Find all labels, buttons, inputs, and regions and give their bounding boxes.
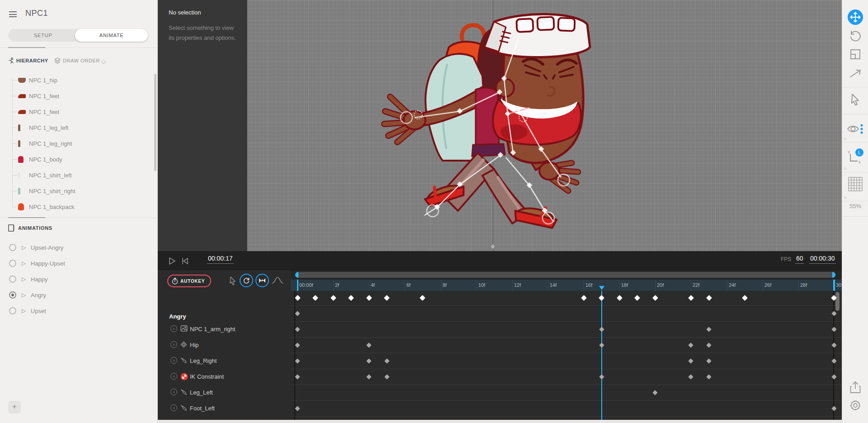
hierarchy-item[interactable]: NPC 1_body [0, 152, 154, 167]
play-animation-icon[interactable]: ▷ [22, 244, 26, 251]
keyframe-diamond[interactable] [312, 295, 318, 301]
expand-chevron-icon[interactable]: › [170, 325, 177, 332]
keyframe-diamond[interactable] [742, 295, 748, 301]
keyframe-diamond[interactable] [706, 327, 711, 332]
timeline-track-row[interactable]: ›IK Constraint [158, 369, 291, 385]
timeline-bottom-scrollbar[interactable] [158, 420, 842, 423]
keyframe-diamond[interactable] [652, 390, 657, 395]
select-tool-button[interactable] [842, 93, 868, 106]
keyframe-grid[interactable] [291, 291, 842, 420]
animation-item[interactable]: ▷Angry [0, 287, 154, 303]
animation-radio[interactable] [9, 307, 16, 314]
zoom-level[interactable]: 55% [842, 203, 868, 209]
keyframe-diamond[interactable] [688, 358, 693, 363]
animation-item[interactable]: ▷Upset [0, 303, 154, 319]
keyframe-diamond[interactable] [295, 374, 300, 379]
keyframe-diamond[interactable] [831, 311, 836, 316]
keyframe-diamond[interactable] [831, 406, 836, 411]
tab-draw-order[interactable]: DRAW ORDER [54, 57, 100, 64]
keyframe-diamond[interactable] [706, 295, 712, 301]
settings-gear-button[interactable] [842, 399, 868, 412]
keyframe-diamond[interactable] [831, 327, 836, 332]
keyframe-diamond[interactable] [295, 327, 300, 332]
menu-icon[interactable] [9, 11, 17, 17]
playhead-handle[interactable] [599, 286, 604, 290]
export-button[interactable] [842, 381, 868, 394]
keyframe-diamond[interactable] [599, 295, 604, 301]
expand-chevron-icon[interactable]: › [170, 373, 177, 380]
animation-item[interactable]: ▷Upset-Angry [0, 240, 154, 256]
animation-item[interactable]: ▷Happy-Upset [0, 256, 154, 271]
autokey-button[interactable]: AUTOKEY [167, 275, 211, 287]
add-animation-button[interactable]: + [8, 401, 21, 413]
hierarchy-item[interactable]: NPC 1_leg_left [0, 120, 154, 136]
keyframe-diamond[interactable] [706, 342, 711, 347]
keyframe-diamond[interactable] [384, 295, 390, 301]
animation-item[interactable]: ▷Happy [0, 271, 154, 287]
loop-playback-button[interactable] [240, 274, 253, 287]
keyframe-diamond[interactable] [706, 374, 711, 379]
keyframe-diamond[interactable] [366, 374, 371, 379]
expand-chevron-icon[interactable]: › [170, 357, 177, 364]
keyframe-diamond[interactable] [688, 295, 694, 301]
keyframe-diamond[interactable] [634, 295, 640, 301]
character-artwork[interactable] [369, 4, 600, 239]
timeline-track-row[interactable]: ›Leg_Left [158, 385, 291, 400]
keyframe-diamond[interactable] [599, 342, 604, 347]
animation-radio[interactable] [9, 276, 16, 283]
keyframe-diamond[interactable] [348, 295, 354, 301]
keyframe-diamond[interactable] [831, 342, 836, 347]
timeline-vscroll-thumb[interactable] [835, 292, 840, 311]
play-animation-icon[interactable]: ▷ [22, 260, 26, 266]
timeline-track-row[interactable]: ›Hip [158, 337, 291, 353]
keyframe-diamond[interactable] [295, 311, 300, 316]
keyframe-diamond[interactable] [688, 342, 693, 347]
axes-local-button[interactable]: YxL [842, 148, 868, 165]
keyframe-diamond[interactable] [599, 327, 604, 332]
scale-tool-button[interactable] [842, 49, 868, 60]
timeline-track-row[interactable]: ›NPC 1_arm_right [158, 321, 291, 337]
hierarchy-item[interactable]: NPC 1_leg_right [0, 136, 154, 152]
origin-handle[interactable] [490, 243, 496, 250]
duration-field[interactable]: 00:00:30 [809, 255, 836, 264]
keyframe-diamond[interactable] [581, 295, 587, 301]
timeline-track-row[interactable]: ›Foot_Left [158, 400, 291, 416]
expand-chevron-icon[interactable]: › [170, 389, 177, 395]
hscroll-end-cap[interactable] [832, 272, 835, 278]
keyframe-diamond[interactable] [295, 342, 300, 347]
tab-animate[interactable]: ANIMATE [75, 29, 148, 42]
timeline-ruler[interactable]: 00:00f2f4f6f8f10f12f14f16f18f20f22f24f26… [291, 280, 842, 291]
keyframe-diamond[interactable] [366, 295, 372, 301]
hierarchy-scrollbar[interactable] [154, 74, 156, 171]
viewport-canvas[interactable] [247, 0, 842, 251]
key-interpolation-button[interactable] [255, 274, 269, 287]
hierarchy-item[interactable]: NPC 1_feet [0, 88, 154, 104]
move-tool-button[interactable] [842, 9, 868, 25]
hierarchy-item[interactable]: NPC 1_shirt_right [0, 183, 154, 199]
tab-hierarchy[interactable]: HIERARCHY [8, 57, 48, 64]
timeline-hscroll-bar[interactable] [295, 272, 835, 278]
shear-tool-button[interactable] [842, 69, 868, 79]
fps-field[interactable]: 60 [795, 255, 804, 264]
keyframe-diamond[interactable] [831, 374, 836, 379]
rotate-tool-button[interactable] [842, 30, 868, 42]
hierarchy-item[interactable]: NPC 1_feet [0, 104, 154, 120]
play-animation-icon[interactable]: ▷ [22, 276, 26, 282]
keyframe-diamond[interactable] [295, 358, 300, 363]
expand-chevron-icon[interactable]: › [170, 341, 177, 348]
hscroll-start-cap[interactable] [295, 272, 298, 278]
ease-curve-icon[interactable] [272, 277, 283, 284]
skip-to-start-button[interactable] [182, 257, 189, 265]
hierarchy-item[interactable]: NPC 1_shirt_left [0, 167, 154, 183]
animation-radio[interactable] [9, 260, 16, 267]
current-time-field[interactable]: 00:00:17 [207, 255, 234, 264]
play-animation-icon[interactable]: ▷ [22, 292, 26, 298]
tab-setup[interactable]: SETUP [8, 29, 78, 42]
keyframe-diamond[interactable] [295, 295, 301, 301]
play-animation-icon[interactable]: ▷ [22, 308, 26, 314]
play-button[interactable] [168, 257, 176, 265]
animation-radio[interactable] [9, 244, 16, 251]
hierarchy-item[interactable]: NPC 1_backpack [0, 199, 154, 215]
keyframe-diamond[interactable] [295, 406, 300, 411]
keyframe-diamond[interactable] [420, 295, 425, 301]
